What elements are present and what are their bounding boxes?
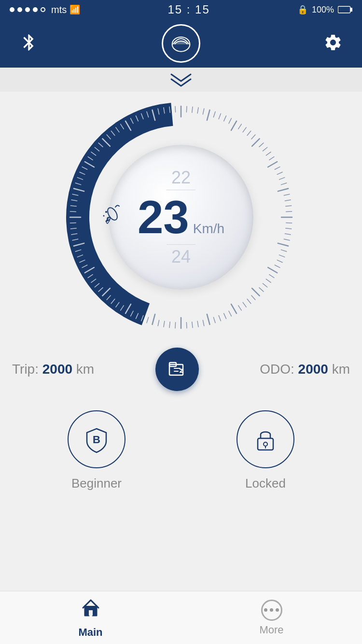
- speed-main-row: 23 Km/h: [138, 194, 224, 240]
- svg-line-5: [186, 106, 187, 112]
- mode-buttons-row: B Beginner Locked: [12, 410, 350, 491]
- more-dot-1: [264, 608, 267, 612]
- svg-line-26: [277, 172, 282, 174]
- speedometer-inner: 22 23 Km/h 24: [109, 145, 253, 290]
- signal-dot-5: [41, 7, 45, 12]
- lock-icon: 🔒: [297, 4, 308, 15]
- svg-line-25: [275, 167, 280, 169]
- svg-line-37: [285, 234, 291, 235]
- svg-line-15: [238, 124, 242, 129]
- svg-line-67: [164, 321, 165, 327]
- bluetooth-icon[interactable]: [19, 33, 39, 54]
- bottom-nav: Main More: [0, 591, 362, 644]
- svg-line-62: [192, 322, 193, 328]
- svg-line-10: [213, 112, 215, 117]
- odo-text: ODO: 2000 km: [260, 362, 350, 377]
- odo-value: 2000: [298, 362, 328, 377]
- header: [0, 19, 362, 68]
- home-icon: [80, 597, 101, 623]
- speed-divider-top: [167, 190, 195, 190]
- trip-reset-button[interactable]: [155, 348, 199, 391]
- svg-line-36: [286, 228, 292, 229]
- status-bar: mts 📶 15 : 15 🔒 100%: [0, 0, 362, 19]
- svg-line-66: [169, 322, 170, 328]
- svg-line-27: [279, 178, 285, 180]
- more-nav-label: More: [259, 624, 283, 636]
- chevron-down-icon: [169, 72, 193, 87]
- svg-line-43: [275, 265, 280, 267]
- svg-line-21: [263, 147, 267, 151]
- speed-above: 22: [171, 168, 191, 188]
- nav-more[interactable]: More: [181, 600, 362, 636]
- svg-line-19: [252, 139, 260, 146]
- svg-line-7: [197, 108, 198, 113]
- speed-below: 24: [171, 247, 191, 267]
- rocket-icon: [99, 202, 124, 232]
- locked-button[interactable]: Locked: [237, 410, 294, 491]
- more-icon: [261, 600, 282, 621]
- trip-odo-row: Trip: 2000 km ODO: 2000 km: [12, 348, 350, 391]
- svg-line-45: [269, 275, 274, 278]
- status-time: 15 : 15: [167, 3, 209, 16]
- more-dot-2: [270, 608, 273, 612]
- battery-info: 🔒 100%: [297, 4, 352, 15]
- app-logo[interactable]: [162, 24, 200, 63]
- speed-divider-bottom: [167, 244, 195, 245]
- svg-line-46: [266, 279, 271, 282]
- svg-line-33: [286, 211, 292, 212]
- svg-line-17: [247, 131, 251, 135]
- nav-main[interactable]: Main: [0, 597, 181, 639]
- svg-line-11: [219, 113, 221, 119]
- svg-rect-2: [338, 7, 350, 13]
- svg-line-16: [243, 127, 246, 132]
- svg-text:B: B: [93, 434, 100, 446]
- trip-label: Trip:: [12, 362, 39, 377]
- locked-label: Locked: [245, 476, 286, 491]
- svg-point-127: [103, 215, 105, 217]
- svg-line-60: [203, 320, 204, 326]
- svg-line-63: [186, 322, 187, 328]
- svg-line-31: [285, 200, 291, 201]
- svg-line-53: [238, 306, 242, 310]
- svg-line-55: [229, 311, 231, 316]
- svg-line-69: [152, 314, 155, 324]
- signal-dot-4: [33, 7, 38, 12]
- svg-rect-135: [89, 610, 93, 616]
- svg-rect-1: [350, 8, 352, 12]
- trip-value: 2000: [42, 362, 72, 377]
- svg-line-28: [281, 183, 286, 185]
- svg-line-40: [281, 250, 286, 252]
- svg-line-8: [203, 109, 204, 114]
- chevron-bar[interactable]: [0, 68, 362, 92]
- carrier-name: mts: [51, 4, 67, 15]
- signal-dot-3: [25, 7, 30, 12]
- speed-value: 23: [138, 194, 189, 240]
- trip-unit: km: [76, 362, 94, 377]
- svg-line-22: [266, 152, 271, 155]
- svg-line-12: [224, 116, 226, 121]
- more-dot-3: [276, 608, 279, 612]
- svg-line-52: [243, 302, 246, 307]
- beginner-label: Beginner: [71, 476, 122, 491]
- svg-line-32: [286, 206, 292, 206]
- locked-circle: [237, 410, 294, 468]
- svg-line-9: [207, 110, 210, 120]
- svg-line-41: [279, 255, 285, 257]
- beginner-circle: B: [68, 410, 125, 468]
- speedometer: // This will be rendered via JS below 22…: [65, 101, 297, 333]
- svg-line-61: [197, 321, 198, 327]
- svg-line-14: [231, 121, 237, 130]
- svg-line-23: [269, 157, 274, 160]
- wifi-icon: 📶: [70, 4, 80, 15]
- settings-icon[interactable]: [323, 33, 343, 54]
- svg-line-24: [268, 162, 277, 167]
- svg-line-29: [278, 188, 288, 191]
- svg-line-39: [278, 243, 288, 246]
- svg-line-44: [268, 267, 277, 273]
- main-content: // This will be rendered via JS below 22…: [0, 92, 362, 505]
- odo-label: ODO:: [260, 362, 294, 377]
- svg-line-93: [70, 223, 76, 223]
- signal-dot-2: [17, 7, 22, 12]
- svg-line-54: [231, 304, 237, 313]
- beginner-button[interactable]: B Beginner: [68, 410, 125, 491]
